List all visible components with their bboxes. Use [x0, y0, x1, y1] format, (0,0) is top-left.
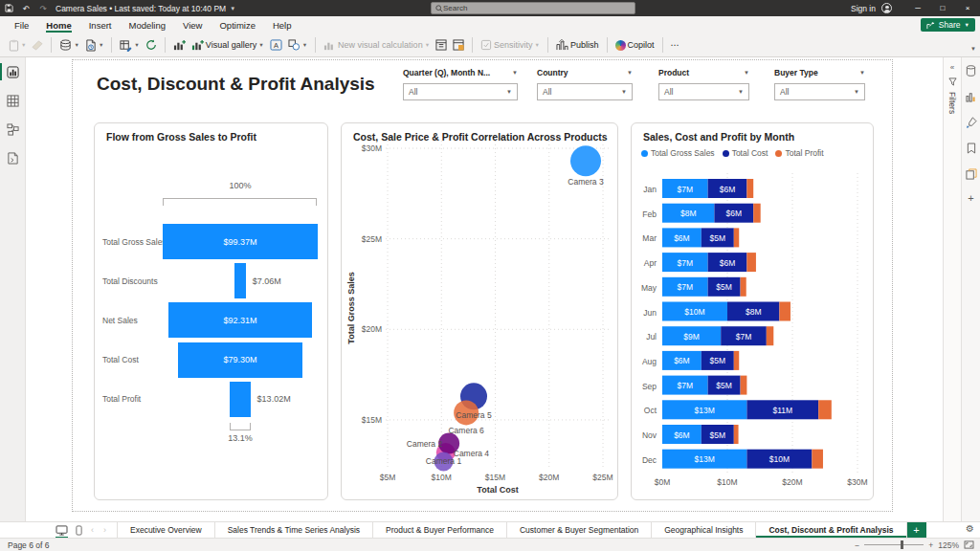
bar-segment[interactable] — [779, 302, 791, 321]
publish-button[interactable]: Publish — [553, 35, 602, 55]
page-tab[interactable]: Customer & Buyer Segmentation — [507, 522, 652, 538]
collapse-ribbon-icon[interactable]: ▼ — [970, 46, 976, 52]
slicer-dropdown[interactable]: All▼ — [403, 83, 518, 100]
dax-query-view-button[interactable] — [0, 149, 26, 166]
menu-tab-view[interactable]: View — [174, 16, 211, 33]
refresh-button[interactable] — [143, 35, 160, 55]
scatter-bubble[interactable] — [570, 145, 601, 176]
chevron-down-icon[interactable]: ▼ — [859, 70, 865, 76]
chevron-down-icon[interactable]: ▼ — [627, 70, 633, 76]
transform-data-button[interactable]: ▼ — [117, 35, 142, 55]
chevron-down-icon[interactable]: ▼ — [621, 89, 627, 95]
maximize-button[interactable]: □ — [930, 0, 955, 16]
bar-segment[interactable] — [734, 228, 739, 247]
chevron-down-icon[interactable]: ▼ — [506, 89, 512, 95]
stacked-bar-visual[interactable]: Sales, Cost and Profit by Month Total Gr… — [631, 122, 874, 500]
model-view-button[interactable] — [0, 121, 26, 138]
funnel-visual[interactable]: Flow from Gross Sales to Profit 100%Tota… — [94, 122, 328, 500]
bar-segment[interactable] — [746, 253, 756, 272]
shapes-button[interactable]: ▼ — [285, 35, 310, 55]
text-box-button[interactable]: A — [267, 35, 285, 55]
page-tab[interactable]: Product & Buyer Performance — [373, 522, 507, 538]
chevron-down-icon[interactable]: ▼ — [744, 70, 749, 76]
menu-tab-insert[interactable]: Insert — [80, 16, 121, 33]
paste-button[interactable]: ▼ — [6, 35, 29, 55]
recent-sources-button[interactable]: ▼ — [82, 35, 106, 55]
visual-gallery-button[interactable]: Visual gallery ▼ — [189, 35, 267, 55]
report-view-button[interactable] — [0, 63, 26, 80]
data-pane-button[interactable] — [966, 63, 976, 80]
bar-segment[interactable] — [734, 425, 739, 444]
funnel-bar[interactable] — [234, 263, 246, 298]
funnel-bar[interactable]: $99.37M — [163, 224, 318, 259]
search-input[interactable] — [443, 4, 631, 12]
page-tab[interactable]: Executive Overview — [117, 522, 215, 538]
bar-segment[interactable] — [741, 376, 747, 395]
menu-tab-home[interactable]: Home — [37, 16, 79, 33]
chevron-down-icon[interactable]: ▼ — [738, 89, 744, 95]
bar-segment[interactable] — [767, 326, 773, 345]
chevron-down-icon[interactable]: ▼ — [854, 89, 859, 95]
sensitivity-button[interactable]: Sensitivity ▼ — [478, 35, 543, 55]
quick-measure-button[interactable] — [433, 35, 450, 55]
gear-icon[interactable]: ⚙ — [966, 523, 974, 534]
bar-segment[interactable] — [818, 400, 832, 419]
new-measure-button[interactable] — [450, 35, 467, 55]
bar-segment[interactable] — [753, 204, 760, 223]
new-visual-calculation-button[interactable]: New visual calculation ▼ — [321, 35, 433, 55]
mobile-layout-button[interactable] — [76, 522, 82, 539]
zoom-in-icon[interactable]: + — [928, 540, 933, 550]
minimize-button[interactable]: ─ — [905, 0, 930, 16]
filters-pane-collapsed[interactable]: « Filters — [943, 57, 961, 521]
page-tab[interactable]: Cost, Discount & Profit Analysis — [756, 522, 906, 538]
bar-segment[interactable] — [746, 179, 753, 198]
get-data-button[interactable]: ▼ — [56, 35, 81, 55]
bookmarks-pane-button[interactable] — [967, 141, 976, 158]
page-tab[interactable]: Geographical Insights — [652, 522, 756, 538]
slicer-dropdown[interactable]: All▼ — [658, 83, 749, 100]
share-button[interactable]: Share ▼ — [921, 18, 975, 32]
selection-pane-button[interactable] — [966, 166, 977, 184]
desktop-layout-button[interactable] — [56, 522, 68, 539]
format-painter-button[interactable] — [29, 35, 46, 55]
bar-segment[interactable] — [741, 277, 746, 297]
build-visual-pane-button[interactable] — [966, 89, 977, 106]
menu-tab-modeling[interactable]: Modeling — [120, 16, 174, 33]
sign-in-button[interactable]: Sign in — [851, 4, 876, 13]
save-icon[interactable] — [0, 0, 17, 16]
menu-tab-optimize[interactable]: Optimize — [211, 16, 263, 33]
undo-icon[interactable]: ↶ — [17, 0, 34, 16]
bar-segment[interactable] — [734, 351, 739, 370]
chevron-down-icon[interactable]: ▼ — [512, 70, 518, 76]
new-page-button[interactable]: + — [907, 522, 926, 538]
copilot-button[interactable]: Copilot — [612, 35, 657, 55]
expand-pane-icon[interactable]: « — [950, 63, 954, 72]
avatar[interactable] — [881, 3, 892, 13]
add-pane-icon[interactable]: + — [968, 192, 973, 204]
menu-tab-help[interactable]: Help — [264, 16, 301, 33]
menu-tab-file[interactable]: File — [6, 16, 37, 33]
slicer-dropdown[interactable]: All▼ — [537, 83, 633, 100]
funnel-bar[interactable]: $79.30M — [178, 342, 301, 378]
next-page-icon[interactable]: › — [102, 525, 107, 535]
prev-page-icon[interactable]: ‹ — [90, 525, 95, 535]
format-pane-button[interactable] — [966, 115, 977, 132]
new-visual-button[interactable] — [170, 35, 189, 55]
close-button[interactable]: × — [955, 0, 980, 16]
scatter-visual[interactable]: Cost, Sale Price & Profit Correlation Ac… — [341, 122, 618, 500]
funnel-bar[interactable]: $92.31M — [168, 302, 312, 338]
redo-icon[interactable]: ↷ — [34, 0, 52, 16]
zoom-slider-thumb[interactable] — [901, 540, 903, 549]
funnel-top-bracket — [163, 198, 317, 206]
global-search[interactable] — [431, 2, 635, 14]
page-tab[interactable]: Sales Trends & Time Series Analysis — [215, 522, 373, 538]
zoom-out-icon[interactable]: − — [855, 540, 859, 550]
bar-segment[interactable] — [812, 450, 823, 469]
slicer-dropdown[interactable]: All▼ — [774, 83, 865, 100]
more-options-button[interactable]: ⋯ — [668, 35, 682, 55]
funnel-bar[interactable] — [230, 382, 250, 417]
table-view-button[interactable] — [0, 92, 26, 109]
fit-to-page-icon[interactable] — [964, 540, 974, 549]
zoom-slider[interactable] — [864, 544, 924, 545]
title-caret-icon[interactable]: ▼ — [230, 6, 235, 11]
